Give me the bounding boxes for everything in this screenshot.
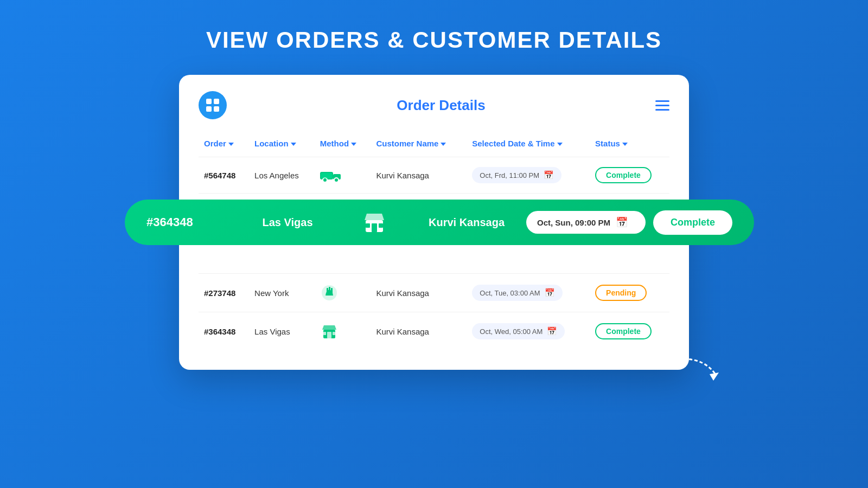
card-title: Order Details (397, 97, 485, 114)
svg-rect-24 (379, 223, 383, 228)
svg-rect-15 (329, 287, 330, 293)
svg-rect-2 (206, 106, 212, 112)
table-row[interactable]: #364348 Las Vigas (199, 312, 669, 351)
customer-name: Kurvi Kansaga (376, 327, 429, 336)
location-text: Las Vigas (254, 327, 290, 336)
svg-rect-23 (366, 223, 370, 228)
page-title: VIEW ORDERS & CUSTOMER DETAILS (206, 27, 662, 53)
col-header-order[interactable]: Order (199, 134, 249, 157)
order-id: #273748 (204, 288, 235, 298)
datetime-sort-chevron (557, 143, 563, 146)
status-sort-chevron (622, 143, 628, 146)
svg-rect-18 (327, 332, 331, 338)
method-store-icon (320, 322, 366, 341)
order-id: #364348 (204, 327, 235, 336)
svg-rect-3 (214, 106, 219, 112)
calendar-icon: 📅 (547, 326, 557, 336)
customer-sort-chevron (441, 143, 446, 146)
customer-name: Kurvi Kansaga (376, 288, 429, 298)
calendar-icon: 📅 (545, 288, 555, 298)
order-sort-chevron (228, 143, 234, 146)
svg-rect-1 (214, 99, 219, 104)
svg-rect-16 (331, 288, 333, 293)
hamburger-menu-icon[interactable] (655, 100, 669, 111)
svg-rect-0 (206, 99, 212, 104)
svg-marker-25 (710, 373, 719, 381)
highlighted-row[interactable]: #364348 Las Vigas Kurvi Kansaga Oct, Sun… (125, 200, 754, 245)
status-badge: Pending (595, 285, 647, 301)
table-header-row: Order Location Method (199, 134, 669, 157)
customer-name: Kurvi Kansaga (376, 171, 429, 180)
highlight-order-id: #364348 (146, 215, 233, 229)
svg-rect-19 (323, 332, 326, 335)
logo-icon (199, 91, 227, 119)
location-sort-chevron (291, 143, 296, 146)
method-food-icon (320, 284, 366, 302)
location-text: Los Angeles (254, 171, 299, 180)
table-row[interactable]: #273748 New York (199, 274, 669, 312)
highlight-date-badge: Oct, Sun, 09:00 PM 📅 (526, 211, 646, 234)
highlight-status-button[interactable]: Complete (653, 210, 732, 235)
col-header-location[interactable]: Location (249, 134, 315, 157)
date-badge: Oct, Wed, 05:00 AM 📅 (472, 323, 565, 339)
svg-rect-22 (372, 223, 377, 232)
highlight-customer-name: Kurvi Kansaga (407, 216, 526, 229)
date-badge: Oct, Frd, 11:00 PM 📅 (472, 167, 561, 183)
table-row[interactable]: #564748 Los Angeles (199, 157, 669, 194)
svg-rect-8 (321, 173, 332, 178)
col-header-method[interactable]: Method (315, 134, 371, 157)
method-sort-chevron (351, 143, 356, 146)
col-header-status[interactable]: Status (590, 134, 669, 157)
col-header-customer[interactable]: Customer Name (371, 134, 467, 157)
method-delivery-icon (320, 168, 366, 183)
dashed-arrow-decoration (678, 354, 722, 386)
svg-rect-14 (327, 288, 328, 293)
svg-rect-20 (333, 332, 335, 335)
highlight-location: Las Vigas (233, 216, 342, 229)
order-id: #564748 (204, 171, 235, 180)
card-wrapper: Order Details Order (179, 75, 689, 370)
col-header-datetime[interactable]: Selected Date & Time (467, 134, 590, 157)
highlight-calendar-icon: 📅 (616, 216, 628, 228)
svg-point-7 (334, 178, 339, 182)
highlight-status: Complete (653, 210, 732, 235)
status-badge: Complete (595, 323, 652, 339)
highlight-method-icon (342, 209, 407, 235)
date-badge: Oct, Tue, 03:00 AM 📅 (472, 285, 562, 301)
svg-point-6 (323, 178, 327, 182)
card-header: Order Details (199, 91, 669, 119)
location-text: New York (254, 288, 289, 298)
calendar-icon: 📅 (544, 170, 554, 180)
status-badge: Complete (595, 167, 652, 183)
